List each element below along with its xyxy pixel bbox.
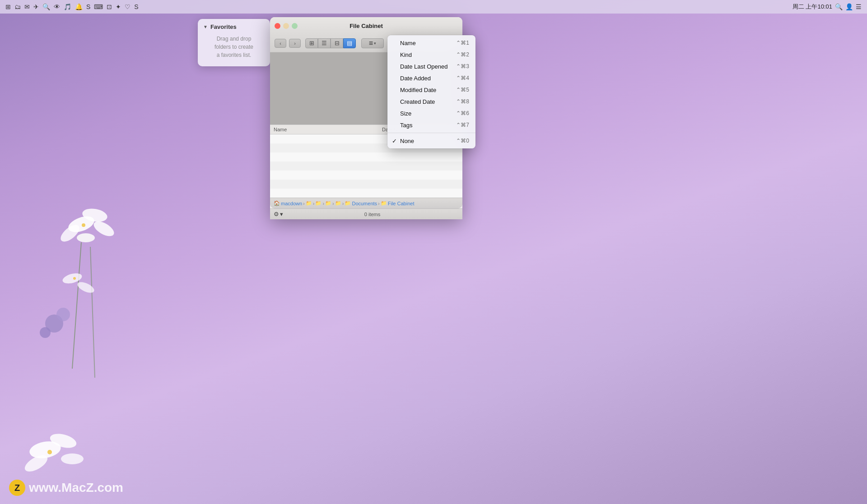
- breadcrumb-filecabinet-label: File Cabinet: [388, 201, 415, 206]
- col-header-name: Name: [274, 127, 382, 132]
- sort-dropdown-menu: Name ⌃⌘1 Kind ⌃⌘2 Date Last Opened ⌃⌘3 D…: [387, 35, 475, 148]
- menubar-user-icon[interactable]: 👤: [845, 3, 853, 10]
- sort-item-none[interactable]: None ⌃⌘0: [387, 135, 475, 147]
- menubar-icon-mail[interactable]: ✉: [24, 3, 30, 10]
- sort-item-kind-shortcut: ⌃⌘2: [456, 51, 469, 58]
- breadcrumb-folder-3[interactable]: 📁: [325, 200, 331, 206]
- breadcrumb-filecabinet[interactable]: 📁 File Cabinet: [381, 200, 415, 206]
- menubar: ⊞ 🗂 ✉ ✈ 🔍 👁 🎵 🔔 S ⌨ ⊡ ✦ ♡ S 周二 上午10:01 🔍…: [0, 0, 867, 14]
- svg-line-9: [90, 247, 95, 378]
- sort-item-date-added-shortcut: ⌃⌘4: [456, 75, 469, 81]
- menubar-search-icon[interactable]: 🔍: [835, 3, 843, 10]
- menubar-icon-wifi[interactable]: ♡: [125, 3, 131, 10]
- menubar-time: 周二 上午10:01: [792, 3, 832, 11]
- wallpaper-flowers: [0, 188, 181, 504]
- menubar-app-icon[interactable]: 🗂: [14, 3, 21, 10]
- apple-menu-icon[interactable]: ⊞: [5, 3, 11, 10]
- menubar-icon-s1[interactable]: S: [86, 3, 90, 10]
- svg-point-15: [61, 453, 84, 464]
- home-icon: 🏠: [274, 200, 280, 206]
- minimize-button[interactable]: [283, 23, 289, 29]
- sort-item-name[interactable]: Name ⌃⌘1: [387, 37, 475, 49]
- watermark: Z www.MacZ.com: [9, 480, 123, 496]
- favorites-hint-line1: Drag and drop: [217, 36, 252, 42]
- sort-layers-icon: ≡: [369, 39, 373, 47]
- back-button[interactable]: ‹: [275, 39, 286, 48]
- sort-item-created-date[interactable]: Created Date ⌃⌘8: [387, 96, 475, 107]
- view-group: ⊞ ☰ ⊟ ▤: [305, 38, 356, 48]
- menubar-icon-eye[interactable]: 👁: [54, 3, 60, 10]
- sort-item-size-label: Size: [400, 110, 411, 117]
- sort-item-name-label: Name: [400, 40, 416, 46]
- sort-item-tags-label: Tags: [400, 122, 412, 129]
- status-text: 0 items: [286, 212, 459, 217]
- sort-item-tags[interactable]: Tags ⌃⌘7: [387, 119, 475, 131]
- forward-button[interactable]: ›: [289, 39, 301, 48]
- menubar-icon-bell[interactable]: 🔔: [75, 3, 83, 10]
- window-title: File Cabinet: [350, 23, 383, 29]
- sort-item-name-shortcut: ⌃⌘1: [456, 40, 469, 46]
- sort-item-none-shortcut: ⌃⌘0: [456, 138, 469, 144]
- folder-icon-3: 📁: [325, 200, 331, 206]
- menubar-icon-send[interactable]: ✈: [33, 3, 39, 10]
- breadcrumb-documents[interactable]: 📁 Documents: [345, 200, 377, 206]
- sort-item-date-last-opened-label: Date Last Opened: [400, 63, 448, 70]
- menubar-icon-star[interactable]: ✦: [116, 3, 121, 10]
- menubar-control-icon[interactable]: ☰: [856, 3, 862, 10]
- favorites-title[interactable]: ▼ Favorites: [203, 23, 265, 30]
- list-row: [270, 162, 462, 171]
- breadcrumb-home-label: macdown: [281, 201, 302, 206]
- sort-item-date-added[interactable]: Date Added ⌃⌘4: [387, 72, 475, 84]
- sort-item-date-last-opened[interactable]: Date Last Opened ⌃⌘3: [387, 60, 475, 72]
- breadcrumb-folder-1[interactable]: 📁: [306, 200, 312, 206]
- back-icon: ‹: [280, 41, 281, 46]
- svg-point-6: [56, 308, 70, 321]
- svg-point-7: [40, 327, 51, 338]
- sort-item-none-label: None: [400, 138, 414, 144]
- menubar-icon-grid[interactable]: ⊡: [107, 3, 112, 10]
- view-icon-button[interactable]: ⊞: [305, 38, 318, 48]
- view-column-button[interactable]: ⊟: [331, 38, 343, 48]
- forward-icon: ›: [294, 41, 296, 46]
- sort-item-size-shortcut: ⌃⌘6: [456, 110, 469, 116]
- svg-point-16: [82, 223, 85, 227]
- folder-icon-2: 📁: [315, 200, 322, 206]
- sort-item-tags-shortcut: ⌃⌘7: [456, 122, 469, 128]
- status-bar: ⚙ ▾ 0 items: [270, 208, 462, 219]
- sort-item-size[interactable]: Size ⌃⌘6: [387, 107, 475, 119]
- menubar-icon-music[interactable]: 🎵: [64, 3, 71, 10]
- maximize-button[interactable]: [292, 23, 298, 29]
- view-cover-button[interactable]: ▤: [343, 38, 356, 48]
- breadcrumb-bar: 🏠 macdown › 📁 › 📁 › 📁 › 📁 › 📁 Documents …: [270, 198, 462, 208]
- view-list-button[interactable]: ☰: [318, 38, 331, 48]
- gear-button[interactable]: ⚙ ▾: [274, 211, 283, 217]
- favorites-body: Drag and drop folders to create a favori…: [203, 35, 265, 59]
- breadcrumb-sep-1: ›: [303, 201, 305, 206]
- menubar-icon-s2[interactable]: S: [134, 3, 138, 10]
- sort-item-created-date-label: Created Date: [400, 98, 435, 105]
- title-bar: File Cabinet: [270, 17, 462, 34]
- folder-icon-1: 📁: [306, 200, 312, 206]
- gear-chevron-icon: ▾: [280, 211, 283, 217]
- traffic-lights: [275, 23, 298, 29]
- breadcrumb-sep-2: ›: [313, 201, 315, 206]
- breadcrumb-folder-4[interactable]: 📁: [335, 200, 341, 206]
- watermark-text: www.MacZ.com: [29, 481, 123, 495]
- sort-item-kind[interactable]: Kind ⌃⌘2: [387, 49, 475, 60]
- menubar-icon-search[interactable]: 🔍: [42, 3, 50, 10]
- breadcrumb-sep-3: ›: [322, 201, 324, 206]
- breadcrumb-home[interactable]: 🏠 macdown: [274, 200, 302, 206]
- breadcrumb-sep-5: ›: [342, 201, 344, 206]
- sort-item-created-date-shortcut: ⌃⌘8: [456, 98, 469, 105]
- sort-dropdown-button[interactable]: ≡ ▾: [361, 38, 384, 48]
- list-row: [270, 171, 462, 180]
- favorites-panel: ▼ Favorites Drag and drop folders to cre…: [198, 19, 270, 66]
- breadcrumb-folder-2[interactable]: 📁: [315, 200, 322, 206]
- folder-icon-fc: 📁: [381, 200, 387, 206]
- menubar-icon-keyboard[interactable]: ⌨: [94, 3, 103, 10]
- list-row: [270, 153, 462, 162]
- svg-line-8: [72, 242, 81, 369]
- sort-item-modified-date[interactable]: Modified Date ⌃⌘5: [387, 84, 475, 96]
- sort-menu-divider: [387, 133, 475, 133]
- close-button[interactable]: [275, 23, 280, 29]
